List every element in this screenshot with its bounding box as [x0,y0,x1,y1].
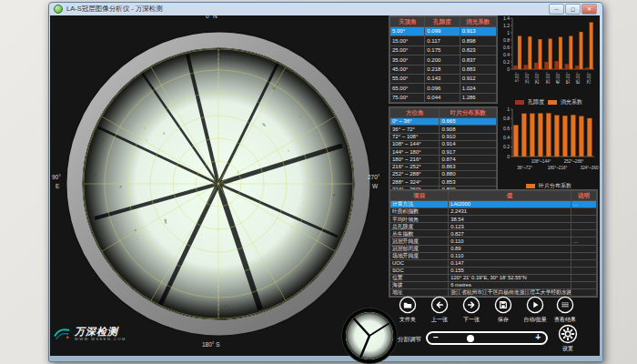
table-row[interactable]: 252° ~ 288°0.880 [390,171,497,178]
table-row[interactable]: 144° ~ 180°0.917 [390,148,497,156]
table-row[interactable]: 108° ~ 144°0.914 [390,140,497,147]
chart-canvas: 00.20.40.60.811.21.45.00°15.00°25.00°35.… [499,15,599,95]
bar [528,36,531,69]
table-cell: 65.00° [390,84,425,93]
maximize-button[interactable]: ◻ [565,4,581,15]
azimuth-table[interactable]: 方位角叶片分布系数0° ~ 36°0.66536° ~ 72°0.90872° … [389,106,498,195]
screenshot-stage: LA-S冠层图像分析仪 - 万深检测 ─ ◻ ✕ [0,0,637,364]
table-row[interactable]: 位置120° 21' 0.19"E, 30° 18' 52.55"N [390,274,597,281]
table-row[interactable]: 场地开阔度0.110 [390,252,597,259]
table-row[interactable]: 海拔6 metres [390,282,597,289]
table-row[interactable]: 冠层开阔度0.110… [390,238,597,245]
table-row[interactable]: 冠层郁闭度0.89 [390,245,597,252]
auto-batch-button[interactable]: 自动/批量 [520,296,551,324]
table-row[interactable]: 36° ~ 72°0.908 [390,126,497,133]
settings-button[interactable]: 设置 [553,324,582,353]
slider-thumb[interactable] [467,335,474,342]
thumbnail-image [344,310,395,361]
table-row[interactable]: 75.00°0.0441.286 [390,93,497,102]
compass-east-degrees: 90° [52,174,61,180]
data-table: 方位角叶片分布系数0° ~ 36°0.66536° ~ 72°0.90872° … [389,107,497,194]
bar [565,64,569,69]
x-tick-label: 5.00° [515,72,520,82]
segmentation-slider[interactable]: − + [426,331,548,345]
table-row[interactable]: 15.00°0.1170.898 [390,36,497,46]
bar [534,63,538,69]
table-cell: 35.00° [390,56,425,65]
previous-button[interactable]: 上一张 [424,296,455,324]
table-row[interactable]: 25.00°0.1750.823 [390,46,497,55]
table-cell: 0° ~ 36° [390,118,440,126]
table-row[interactable]: 216° ~ 252°0.863 [390,163,497,170]
y-tick-label: 1.2 [503,23,510,28]
table-row[interactable]: 5.00°0.0990.913 [390,27,497,36]
column-header[interactable]: 消光系数 [460,17,496,27]
bar [544,62,548,69]
close-button[interactable]: ✕ [581,4,597,15]
folder-button[interactable]: 文件夹 [392,296,423,324]
slider-plus-button[interactable]: + [535,332,541,343]
table-row[interactable]: 计算方法LAI2000… [390,201,597,208]
column-header[interactable]: 孔隙度 [425,17,460,27]
table-cell: 45.00° [390,65,425,74]
table-cell: 252° ~ 288° [390,171,440,178]
column-header[interactable]: 天顶角 [390,17,425,27]
x-tick-label: 65.00° [576,72,581,84]
column-header[interactable]: 方位角 [390,108,440,118]
table-row[interactable]: 0° ~ 36°0.665 [390,118,497,126]
table-row[interactable]: 55.00°0.1430.912 [390,74,497,83]
minimize-button[interactable]: ─ [549,4,564,15]
title-bar[interactable]: LA-S冠层图像分析仪 - 万深检测 [50,2,600,15]
gear-icon [558,324,578,344]
bar [562,116,567,157]
next-button[interactable]: 下一张 [456,296,487,324]
x-tick-label: 108°~144° [531,159,551,164]
table-row[interactable]: 288° ~ 324°0.853 [390,178,497,186]
slider-minus-button[interactable]: − [433,332,439,343]
bar [559,37,562,69]
table-cell: 0.874 [440,156,497,163]
save-button[interactable]: 保存 [488,296,519,324]
table-row[interactable]: 总孔隙度0.123 [390,223,597,230]
parameter-table[interactable]: 项目值说明计算方法LAI2000…叶面积指数2.2431平均叶倾角38.54总孔… [389,189,598,298]
table-cell: 0.863 [440,163,497,170]
table-cell: 叶面积指数 [390,208,449,216]
porosity-extinction-chart: 00.20.40.60.811.21.45.00°15.00°25.00°35.… [499,15,599,105]
column-header[interactable]: 叶片分布系数 [440,108,497,118]
table-row[interactable]: 丛生指数0.827 [390,230,597,238]
table-row[interactable]: 35.00°0.2000.837 [390,56,497,65]
table-row[interactable]: 平均叶倾角38.54 [390,216,597,223]
view-results-button[interactable]: 查看结果 [550,296,581,324]
table-header-row: 项目值说明 [390,191,597,201]
y-tick-label: 1.4 [503,15,510,21]
table-row[interactable]: 叶面积指数2.2431 [390,208,597,216]
table-cell: 5.00° [390,27,425,36]
table-row[interactable]: 45.00°0.2180.883 [390,65,497,74]
table-cell: 144° ~ 180° [390,148,440,156]
table-cell: 108° ~ 144° [390,140,440,147]
canopy-thumbnail[interactable] [342,308,397,363]
table-cell: 0.914 [440,140,497,147]
table-cell: 海拔 [390,282,449,289]
table-cell: 0.044 [425,93,460,102]
column-header[interactable]: 说明 [571,191,596,201]
table-cell: LAI2000 [449,201,571,208]
table-cell: 55.00° [390,74,425,83]
table-cell: 0.823 [460,46,496,55]
table-row[interactable]: SOC0.155 [390,267,597,274]
fisheye-canopy-image[interactable] [51,18,386,349]
table-cell: 0.110 [449,238,571,245]
column-header[interactable]: 值 [449,191,571,201]
table-row[interactable]: UOC0.147 [390,259,597,267]
data-table: 项目值说明计算方法LAI2000…叶面积指数2.2431平均叶倾角38.54总孔… [389,190,597,297]
table-cell [571,230,596,238]
table-row[interactable]: 180° ~ 216°0.874 [390,156,497,163]
table-row[interactable]: 65.00°0.0961.024 [390,84,497,93]
table-cell: 0.880 [440,171,497,178]
table-cell: SOC [390,267,449,274]
column-header[interactable]: 项目 [390,191,449,201]
zenith-table[interactable]: 天顶角孔隙度消光系数5.00°0.0990.91315.00°0.1170.89… [389,15,498,104]
bar [575,66,579,69]
table-row[interactable]: 72° ~ 108°0.910 [390,133,497,140]
table-cell: 0.218 [425,65,460,74]
